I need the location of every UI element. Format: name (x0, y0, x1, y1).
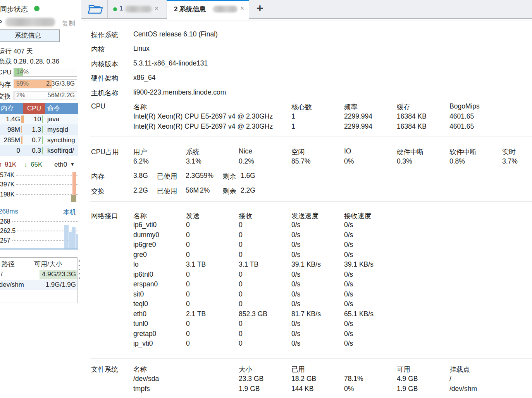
swap-meter-percent: 2% (16, 92, 25, 99)
mem-meter-detail: 2.3G/3.8G (46, 80, 75, 87)
arch-label: 硬件架构 (91, 74, 133, 83)
tab-status-dot (113, 7, 117, 11)
tab1-close-icon[interactable]: × (155, 5, 158, 12)
network-table-header: 网络接口 名称 发送 接收 发送速度 接收速度 (91, 211, 371, 221)
swap-meter-fill (14, 91, 15, 100)
proc-cmd: java (47, 114, 59, 124)
section-divider (90, 358, 532, 358)
disk-row-path: / (1, 271, 3, 278)
cpu-usage-label: CPU占用 (91, 147, 133, 157)
header-cmd: 命令 (47, 103, 60, 114)
cpu-row: Intel(R) Xeon(R) CPU E5-2697 v4 @ 2.30GH… (133, 122, 474, 131)
network-row: ip_vti0000/s0/s (133, 339, 353, 348)
disk-header-separator (30, 260, 30, 267)
gridline (16, 194, 78, 195)
swap-meter-detail: 56M/2.2G (48, 92, 75, 99)
tab2-close-icon[interactable]: × (240, 5, 244, 12)
ping-bar (64, 225, 69, 248)
copy-button[interactable]: 复制 (62, 19, 75, 28)
proc-cpu: 0.7 (22, 135, 41, 145)
filesystem-table-header: 文件系统 名称 大小 已用 可用 挂载点 (91, 365, 470, 374)
network-row: tunl0000/s0/s (133, 320, 353, 328)
section-divider (90, 201, 532, 202)
ping-tick: 257 (0, 237, 12, 244)
arch-value: x86_64 (133, 74, 155, 83)
process-row: 0 0.3 ksoftirqd/ (0, 145, 78, 156)
cpu-table-header: CPU 名称 核心数 频率 缓存 BogoMips (91, 102, 480, 112)
kernel-label: 内核 (91, 45, 133, 54)
folder-icon (86, 3, 104, 16)
network-row: ip6gre0000/s0/s (133, 241, 353, 249)
tab2-label: 2 系统信息 (174, 5, 206, 14)
ping-bar (69, 232, 72, 248)
tab-bar: 1 × 2 系统信息 × + (81, 0, 532, 19)
cpu-usage-header: CPU占用 用户系统Nice空闲IO硬件中断软件中断实时 (91, 147, 516, 157)
tab-system-info-active[interactable]: 2 系统信息 × (167, 0, 249, 19)
cpu-meter: 14% (14, 68, 77, 77)
network-row: dummy0000/s0/s (133, 231, 353, 239)
disk-row-value: 4.9G/23.3G (40, 271, 76, 278)
kernel-version-value: 5.3.11-x86_64-linode131 (133, 59, 208, 69)
process-row: 1.4G 10 java (0, 114, 78, 124)
active-tab-indicator (167, 0, 249, 1)
filesystem-row: tmpfs1.9 GB144 KB0%1.9 GB/dev/shm (133, 385, 477, 393)
ping-tick: 262.5 (0, 227, 17, 234)
new-tab-button[interactable]: + (257, 2, 263, 15)
network-row: gre0000/s0/s (133, 251, 353, 259)
proc-mem: 98M (0, 124, 20, 135)
proc-mem: 0 (0, 145, 20, 156)
network-row: teql0000/s0/s (133, 300, 353, 308)
proc-cpu: 1.3 (22, 124, 41, 135)
proc-cmd: ksoftirqd/ (47, 145, 74, 156)
panel-drag-handle[interactable] (79, 260, 80, 282)
interface-dropdown[interactable]: eth0 (54, 161, 67, 169)
upload-value: 81K (5, 161, 16, 169)
net-tick: 198K (0, 191, 16, 198)
disk-row-value: 1.9G/1.9G (40, 281, 76, 289)
network-row: eth02.1 TB852.3 GB81.7 KB/s65.1 KB/s (133, 310, 374, 318)
tab2-title-redacted (213, 6, 238, 12)
gridline (16, 184, 78, 185)
disk-row-path: /dev/shm (0, 281, 24, 289)
app-window: 同步状态 IP 复制 系统信息 运行 407 天 负载 0.28, 0.28, … (0, 0, 532, 398)
mem-meter: 59% 2.3G/3.8G (14, 79, 77, 88)
network-row: lo3.1 TB3.1 TB39.1 KB/s39.1 KB/s (133, 260, 374, 269)
process-row: 98M 1.3 mysqld (0, 124, 78, 135)
proc-cmd: mysqld (47, 124, 68, 135)
main-panel: 1 × 2 系统信息 × + 操作系统CentOS release 6.10 (… (81, 0, 532, 398)
system-info-button[interactable]: 系统信息 (0, 29, 60, 42)
disk-path-header: 路径 (2, 260, 15, 269)
chart-baseline (0, 202, 78, 202)
net-bar-secondary (71, 195, 76, 202)
tab-terminal-1[interactable]: 1 × (107, 0, 166, 18)
ping-baseline (0, 248, 78, 250)
cpu-meter-percent: 14% (16, 69, 29, 76)
header-cpu[interactable]: CPU (23, 103, 45, 114)
sync-status-dot (34, 6, 40, 11)
header-mem: 内存 (1, 103, 14, 114)
network-section-label: 网络接口 (91, 211, 133, 221)
tab1-number: 1 (119, 5, 123, 12)
chevron-down-icon[interactable]: ▼ (70, 162, 75, 167)
kernel-version-label: 内核版本 (91, 59, 133, 69)
process-table-header: 内存 CPU 命令 (0, 103, 78, 114)
ping-target: 本机 (63, 208, 76, 217)
mem-meter-label: 内存 (0, 80, 11, 89)
proc-cpu-bar (42, 115, 43, 123)
os-label: 操作系统 (91, 30, 133, 40)
gridline (12, 221, 78, 222)
open-folder-button[interactable] (86, 3, 104, 16)
cpu-section-label: CPU (91, 102, 133, 112)
proc-cpu: 0.3 (22, 145, 41, 156)
proc-cpu: 10 (22, 114, 41, 124)
cpu-row: Intel(R) Xeon(R) CPU E5-2697 v4 @ 2.30GH… (133, 112, 474, 121)
disk-value-header: 可用/大小 (34, 260, 62, 269)
hostname-label: 主机名称 (91, 88, 133, 98)
uptime-label: 运行 (0, 48, 12, 55)
kernel-value: Linux (133, 45, 150, 54)
ping-bar (72, 227, 76, 248)
sync-status-label: 同步状态 (0, 5, 28, 14)
process-row: 285M 0.7 syncthing (0, 135, 78, 145)
ping-current: 268ms (0, 208, 18, 215)
swap-meter-label: 交换 (0, 92, 11, 101)
